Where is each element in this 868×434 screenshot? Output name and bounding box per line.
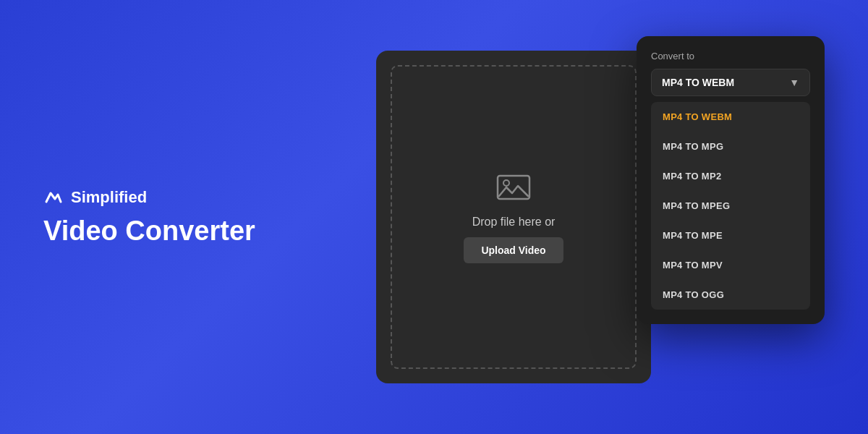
upload-video-button[interactable]: Upload Video xyxy=(464,237,563,263)
brand-logo: Simplified xyxy=(43,187,255,208)
simplified-logo-icon xyxy=(43,187,64,208)
dropdown-item[interactable]: MP4 TO MPEG xyxy=(651,191,810,221)
dropdown-list-inner[interactable]: MP4 TO WEBMMP4 TO MPGMP4 TO MP2MP4 TO MP… xyxy=(651,102,810,310)
dropdown-item[interactable]: MP4 TO MP2 xyxy=(651,161,810,191)
convert-panel: Convert to MP4 TO WEBM ▼ MP4 TO WEBMMP4 … xyxy=(637,36,825,324)
upload-image-icon xyxy=(496,171,531,207)
dropdown-item[interactable]: MP4 TO MPG xyxy=(651,132,810,161)
drop-text: Drop file here or xyxy=(472,216,556,229)
main-card: Drop file here or Upload Video xyxy=(376,51,651,383)
selected-option-text: MP4 TO WEBM xyxy=(662,77,734,88)
dropdown-item[interactable]: MP4 TO OGG xyxy=(651,280,810,310)
brand-title: Video Converter xyxy=(43,216,255,247)
ui-container: Drop file here or Upload Video Convert t… xyxy=(376,36,825,398)
dropdown-item[interactable]: MP4 TO WEBM xyxy=(651,102,810,132)
dropdown-list: MP4 TO WEBMMP4 TO MPGMP4 TO MP2MP4 TO MP… xyxy=(651,102,810,310)
branding-section: Simplified Video Converter xyxy=(43,187,255,247)
svg-point-1 xyxy=(503,180,509,186)
chevron-down-icon: ▼ xyxy=(789,77,799,88)
dropdown-item[interactable]: MP4 TO MPV xyxy=(651,250,810,280)
drop-zone[interactable]: Drop file here or Upload Video xyxy=(391,65,637,369)
dropdown-item[interactable]: MP4 TO MPE xyxy=(651,221,810,250)
brand-name-text: Simplified xyxy=(71,188,147,207)
convert-to-label: Convert to xyxy=(651,51,810,61)
svg-rect-0 xyxy=(498,176,529,199)
convert-select-button[interactable]: MP4 TO WEBM ▼ xyxy=(651,69,810,96)
